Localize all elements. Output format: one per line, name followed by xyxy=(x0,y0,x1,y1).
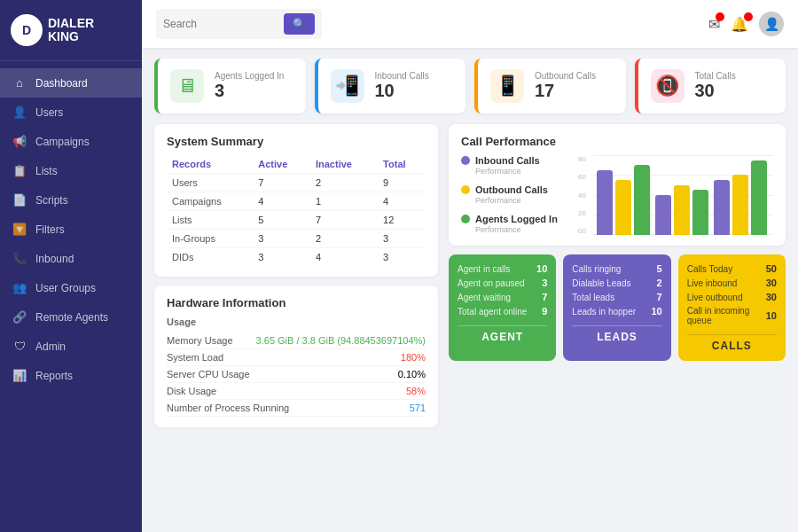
sidebar-item-user-groups[interactable]: 👥 User Groups xyxy=(0,273,142,302)
right-panel: Call Performance Inbound Calls Performan… xyxy=(449,124,786,521)
table-row: Campaigns414 xyxy=(167,192,426,211)
status-row-item: Calls ringing5 xyxy=(572,263,661,274)
status-item-value: 5 xyxy=(657,263,662,274)
sidebar-item-filters[interactable]: 🔽 Filters xyxy=(0,215,142,244)
y-axis-label: 40 xyxy=(578,192,586,200)
status-item-value: 10 xyxy=(651,306,661,317)
hw-value: 3.65 GiB / 3.8 GiB (94.88453697104%) xyxy=(256,335,426,346)
col-records: Records xyxy=(167,155,253,174)
status-row-item: Call in incoming queue10 xyxy=(687,306,777,325)
sidebar-item-scripts[interactable]: 📄 Scripts xyxy=(0,185,142,215)
sidebar-item-lists[interactable]: 📋 Lists xyxy=(0,156,142,185)
legend-dot-row: Outbound Calls xyxy=(461,184,567,195)
search-button[interactable]: 🔍 xyxy=(284,13,315,35)
sidebar-item-users[interactable]: 👤 Users xyxy=(0,98,142,127)
agents-label: Agents Logged In xyxy=(215,71,284,81)
status-item-value: 2 xyxy=(657,278,662,288)
avatar[interactable]: 👤 xyxy=(759,12,784,36)
table-row: Users729 xyxy=(167,174,426,192)
status-row-item: Live inbound30 xyxy=(687,278,777,288)
legend-inbound-label: Inbound Calls xyxy=(475,155,540,166)
status-item-label: Leads in hopper xyxy=(572,307,636,317)
agents-value: 3 xyxy=(215,81,284,101)
hw-value: 180% xyxy=(401,352,426,363)
sidebar-item-label: Filters xyxy=(35,223,65,236)
hw-row: Server CPU Usage0.10% xyxy=(167,366,426,383)
status-row-item: Agent waiting7 xyxy=(458,292,547,302)
legend-outbound-sub: Performance xyxy=(475,196,567,205)
mail-icon[interactable]: ✉ xyxy=(708,16,720,33)
stat-agents-logged: 🖥 Agents Logged In 3 xyxy=(154,59,306,113)
legend-dot-row: Agents Logged In xyxy=(461,214,567,224)
system-summary-card: System Summary Records Active Inactive T… xyxy=(154,124,438,277)
table-row: Lists5712 xyxy=(167,211,426,230)
sidebar-nav: ⌂ Dashboard 👤 Users 📢 Campaigns 📋 Lists … xyxy=(0,61,142,532)
logo: D DIALERKING xyxy=(0,0,142,61)
sidebar-item-remote-agents[interactable]: 🔗 Remote Agents xyxy=(0,302,142,332)
call-performance-card: Call Performance Inbound Calls Performan… xyxy=(449,124,786,246)
status-row-item: Calls Today50 xyxy=(687,263,777,274)
sidebar-item-dashboard[interactable]: ⌂ Dashboard xyxy=(0,68,142,98)
status-item-label: Dialable Leads xyxy=(572,278,630,288)
mail-badge xyxy=(716,12,724,21)
system-summary-title: System Summary xyxy=(167,135,426,148)
user-icon: 👤 xyxy=(12,106,27,119)
sidebar: D DIALERKING ⌂ Dashboard 👤 Users 📢 Campa… xyxy=(0,0,142,532)
status-row-item: Dialable Leads2 xyxy=(572,278,661,288)
sidebar-item-campaigns[interactable]: 📢 Campaigns xyxy=(0,127,142,156)
inbound-value: 10 xyxy=(375,81,429,101)
stats-row: 🖥 Agents Logged In 3 📲 Inbound Calls 10 … xyxy=(154,59,786,113)
sidebar-item-inbound[interactable]: 📞 Inbound xyxy=(0,244,142,273)
y-axis-label: 20 xyxy=(578,209,586,217)
header-icons: ✉ 🔔 👤 xyxy=(708,12,784,36)
outbound-label: Outbound Calls xyxy=(535,71,596,81)
legend-agents: Agents Logged In Performance xyxy=(461,214,567,234)
sidebar-item-label: Dashboard xyxy=(35,77,88,90)
agents-dot xyxy=(461,215,470,223)
leads-status-card: Calls ringing5Dialable Leads2Total leads… xyxy=(563,254,670,361)
bar-chart xyxy=(593,155,773,235)
y-axis-label: 00 xyxy=(578,227,586,235)
status-row-item: Agent in calls10 xyxy=(458,263,547,274)
bar-purple xyxy=(597,170,613,235)
status-item-value: 7 xyxy=(657,292,662,302)
y-axis: 8060402000 xyxy=(578,155,590,235)
sidebar-item-label: Lists xyxy=(35,165,58,177)
sidebar-item-label: Admin xyxy=(35,340,66,353)
bar-group xyxy=(714,160,767,235)
status-item-value: 9 xyxy=(542,306,547,317)
notification-badge xyxy=(744,12,753,21)
status-item-value: 7 xyxy=(542,292,547,302)
user-groups-icon: 👥 xyxy=(12,281,27,294)
legend-inbound: Inbound Calls Performance xyxy=(461,155,567,176)
campaigns-icon: 📢 xyxy=(12,135,27,148)
chart-container xyxy=(593,155,773,235)
status-row-item: Total leads7 xyxy=(572,292,661,302)
col-active: Active xyxy=(253,155,310,174)
scripts-icon: 📄 xyxy=(12,193,27,207)
status-item-label: Total leads xyxy=(572,293,614,302)
search-input[interactable] xyxy=(163,18,278,30)
sidebar-item-reports[interactable]: 📊 Reports xyxy=(0,361,142,390)
calls-status-card: Calls Today50Live inbound30Live outbound… xyxy=(678,254,786,361)
sidebar-item-admin[interactable]: 🛡 Admin xyxy=(0,332,142,361)
stat-info: Agents Logged In 3 xyxy=(215,71,284,101)
sidebar-item-label: Remote Agents xyxy=(35,311,108,324)
table-row: In-Groups323 xyxy=(167,230,426,248)
content-area: 🖥 Agents Logged In 3 📲 Inbound Calls 10 … xyxy=(142,48,798,532)
status-item-value: 30 xyxy=(766,292,777,302)
outbound-calls-icon: 📱 xyxy=(490,69,524,103)
stat-info: Inbound Calls 10 xyxy=(375,71,429,101)
status-card-footer: AGENT xyxy=(458,325,547,343)
agent-status-card: Agent in calls10Agent on paused3Agent wa… xyxy=(449,254,556,361)
notification-icon[interactable]: 🔔 xyxy=(731,16,748,33)
status-row-item: Live outbound30 xyxy=(687,292,777,302)
hw-row: Number of Process Running571 xyxy=(167,400,426,417)
status-item-label: Calls ringing xyxy=(572,264,621,274)
sidebar-item-label: Users xyxy=(35,106,63,119)
status-item-value: 10 xyxy=(536,263,547,274)
col-inactive: Inactive xyxy=(310,155,378,174)
main-content: 🔍 ✉ 🔔 👤 🖥 Agents Logged In 3 xyxy=(142,0,798,532)
logo-icon: D xyxy=(11,14,43,46)
bar-green xyxy=(692,190,708,235)
